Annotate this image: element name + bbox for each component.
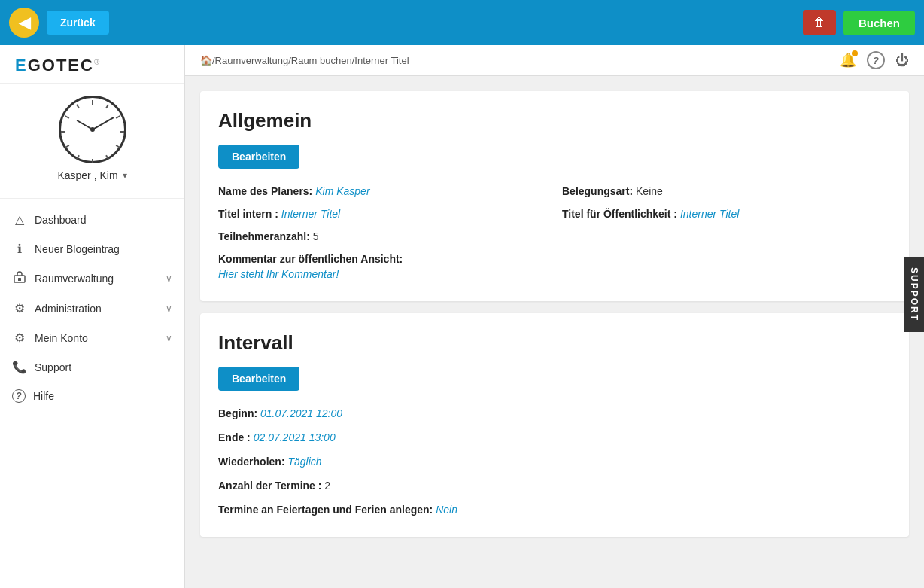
clock-center	[90, 127, 95, 132]
user-chevron-icon: ▾	[123, 170, 127, 181]
buchen-button[interactable]: Buchen	[843, 11, 915, 35]
teilnehmeranzahl-row: Teilnehmeranzahl: 5	[218, 227, 547, 245]
admin-icon: ⚙	[12, 301, 27, 315]
sidebar-nav: △ Dashboard ℹ Neuer Blogeintrag Raumverw…	[0, 199, 184, 588]
clock-minute-hand	[92, 117, 113, 129]
raumverwaltung-chevron-icon: ∨	[166, 273, 172, 284]
beginn-value: 01.07.2021 12:00	[260, 407, 342, 419]
logo: EGOTEC®	[15, 56, 101, 75]
sidebar-item-label: Administration	[35, 303, 158, 315]
support-tab[interactable]: SUPPORT	[904, 256, 924, 331]
name-des-planers-label: Name des Planers:	[218, 185, 312, 197]
back-circle-button[interactable]: ◀	[9, 8, 39, 38]
sidebar: EGOTEC® K	[0, 45, 185, 588]
logo-area: EGOTEC®	[0, 45, 184, 84]
name-des-planers-row: Name des Planers: Kim Kasper	[218, 182, 547, 200]
intervall-fields: Beginn: 01.07.2021 12:00 Ende : 02.07.20…	[218, 404, 891, 519]
user-name: Kasper , Kim	[57, 169, 117, 181]
beginn-row: Beginn: 01.07.2021 12:00	[218, 404, 891, 422]
sidebar-item-neuer-blogeintrag[interactable]: ℹ Neuer Blogeintrag	[0, 234, 184, 264]
back-button[interactable]: Zurück	[47, 11, 109, 35]
sidebar-item-support[interactable]: 📞 Support	[0, 352, 184, 382]
sidebar-item-label: Mein Konto	[35, 332, 158, 344]
svg-rect-1	[18, 278, 21, 281]
help-circle-icon[interactable]: ?	[867, 51, 885, 69]
ende-value: 02.07.2021 13:00	[254, 431, 336, 443]
intervall-title: Intervall	[218, 331, 891, 355]
administration-chevron-icon: ∨	[166, 303, 172, 314]
phone-icon: 📞	[12, 360, 27, 374]
delete-button[interactable]: 🗑	[803, 10, 836, 35]
sidebar-item-label: Raumverwaltung	[35, 273, 158, 285]
allgemein-fields: Name des Planers: Kim Kasper Belegungsar…	[218, 182, 891, 283]
sidebar-item-dashboard[interactable]: △ Dashboard	[0, 205, 184, 234]
titel-intern-label: Titel intern :	[218, 208, 278, 220]
titel-oeffentlichkeit-row: Titel für Öffentlichkeit : Interner Tite…	[562, 205, 891, 223]
kommentar-row: Kommentar zur öffentlichen Ansicht: Hier…	[218, 250, 891, 283]
breadcrumb-bar: 🏠/Raumverwaltung/Raum buchen/Interner Ti…	[185, 45, 924, 76]
ende-row: Ende : 02.07.2021 13:00	[218, 428, 891, 446]
teilnehmeranzahl-value: 5	[313, 230, 319, 242]
feiertage-label: Termine an Feiertagen und Ferien anlegen…	[218, 504, 433, 516]
kommentar-value: Hier steht Ihr Kommentar!	[218, 268, 891, 280]
feiertage-value: Nein	[436, 504, 457, 516]
page-content: Allgemein Bearbeiten Name des Planers: K…	[185, 76, 924, 588]
wiederholen-value: Täglich	[287, 455, 321, 468]
allgemein-edit-button[interactable]: Bearbeiten	[218, 145, 299, 169]
clock-face	[59, 96, 126, 163]
wiederholen-label: Wiederholen:	[218, 455, 285, 468]
sidebar-item-mein-konto[interactable]: ⚙ Mein Konto ∨	[0, 323, 184, 352]
anzahl-termine-label: Anzahl der Termine :	[218, 480, 321, 492]
notification-dot	[852, 50, 858, 56]
belegungsart-label: Belegungsart:	[562, 185, 633, 197]
dashboard-icon: △	[12, 212, 27, 227]
blog-icon: ℹ	[12, 242, 27, 256]
anzahl-termine-row: Anzahl der Termine : 2	[218, 477, 891, 495]
topbar: ◀ Zurück 🗑 Buchen	[0, 0, 924, 45]
user-menu[interactable]: Kasper , Kim ▾	[57, 163, 126, 190]
room-icon	[12, 271, 27, 286]
belegungsart-row: Belegungsart: Keine	[562, 182, 891, 200]
titel-intern-row: Titel intern : Interner Titel	[218, 205, 547, 223]
sidebar-item-label: Hilfe	[33, 390, 172, 402]
intervall-section: Intervall Bearbeiten Beginn: 01.07.2021 …	[200, 313, 909, 537]
titel-oeffentlichkeit-label: Titel für Öffentlichkeit :	[562, 208, 677, 220]
clock-area: Kasper , Kim ▾	[0, 84, 184, 199]
power-icon[interactable]: ⏻	[895, 53, 909, 69]
help-icon: ?	[12, 389, 26, 403]
mein-konto-chevron-icon: ∨	[166, 333, 172, 343]
sidebar-item-administration[interactable]: ⚙ Administration ∨	[0, 294, 184, 323]
titel-intern-value: Interner Titel	[281, 208, 340, 220]
intervall-edit-button[interactable]: Bearbeiten	[218, 367, 299, 391]
name-des-planers-value: Kim Kasper	[315, 185, 369, 197]
account-icon: ⚙	[12, 331, 27, 345]
main-layout: EGOTEC® K	[0, 45, 924, 588]
sidebar-item-hilfe[interactable]: ? Hilfe	[0, 382, 184, 410]
wiederholen-row: Wiederholen: Täglich	[218, 452, 891, 471]
ende-label: Ende :	[218, 431, 251, 443]
header-icons: 🔔 ? ⏻	[840, 51, 909, 69]
sidebar-item-label: Neuer Blogeintrag	[35, 243, 172, 255]
allgemein-title: Allgemein	[218, 109, 891, 133]
bell-icon[interactable]: 🔔	[840, 52, 856, 69]
teilnehmeranzahl-label: Teilnehmeranzahl:	[218, 230, 310, 242]
beginn-label: Beginn:	[218, 407, 257, 419]
main-area: 🏠/Raumverwaltung/Raum buchen/Interner Ti…	[185, 45, 924, 588]
sidebar-item-label: Support	[35, 361, 172, 373]
titel-oeffentlichkeit-value: Interner Titel	[680, 208, 739, 220]
feiertage-row: Termine an Feiertagen und Ferien anlegen…	[218, 501, 891, 519]
breadcrumb: 🏠/Raumverwaltung/Raum buchen/Interner Ti…	[200, 55, 409, 66]
sidebar-item-raumverwaltung[interactable]: Raumverwaltung ∨	[0, 264, 184, 294]
belegungsart-value: Keine	[636, 185, 663, 197]
kommentar-label: Kommentar zur öffentlichen Ansicht:	[218, 253, 403, 265]
sidebar-item-label: Dashboard	[35, 214, 172, 226]
allgemein-section: Allgemein Bearbeiten Name des Planers: K…	[200, 91, 909, 301]
anzahl-termine-value: 2	[324, 480, 330, 492]
